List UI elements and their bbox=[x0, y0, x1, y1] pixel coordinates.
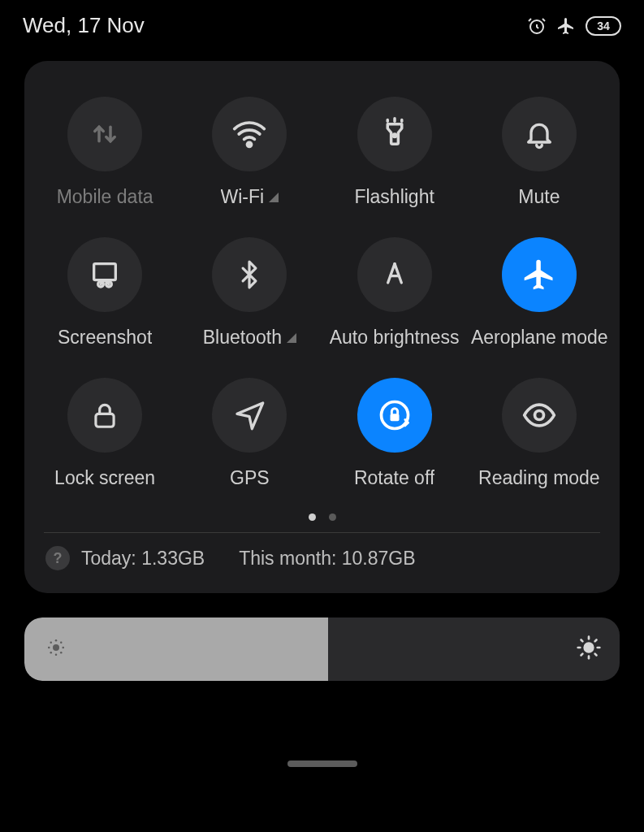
tile-label: Auto brightness bbox=[330, 327, 460, 349]
tile-label: GPS bbox=[230, 467, 270, 489]
svg-rect-3 bbox=[94, 264, 116, 280]
mobile-data-icon bbox=[88, 117, 122, 151]
help-icon: ? bbox=[45, 546, 70, 570]
tile-lock-screen[interactable]: Lock screen bbox=[32, 366, 177, 507]
page-dot[interactable] bbox=[329, 514, 336, 521]
tile-screenshot[interactable]: Screenshot bbox=[32, 226, 177, 366]
nav-handle[interactable] bbox=[287, 760, 357, 767]
status-date[interactable]: Wed, 17 Nov bbox=[23, 13, 145, 38]
tiles-grid: Mobile data Wi-Fi Flashlight bbox=[32, 85, 612, 507]
svg-point-15 bbox=[50, 642, 53, 644]
page-indicator bbox=[32, 507, 612, 532]
svg-point-16 bbox=[60, 642, 63, 644]
bell-icon bbox=[523, 118, 555, 150]
battery-indicator: 34 bbox=[586, 16, 621, 36]
brightness-low-icon bbox=[44, 635, 68, 663]
eye-icon bbox=[521, 397, 557, 433]
tile-wifi[interactable]: Wi-Fi bbox=[177, 85, 322, 226]
svg-point-2 bbox=[393, 134, 396, 137]
svg-point-9 bbox=[534, 411, 543, 420]
tile-label: Mute bbox=[518, 186, 560, 208]
alarm-icon bbox=[527, 16, 547, 36]
tile-label: Aeroplane mode bbox=[471, 327, 607, 349]
svg-rect-6 bbox=[96, 414, 114, 427]
bluetooth-icon bbox=[234, 259, 265, 290]
tile-label: Wi-Fi bbox=[221, 186, 265, 208]
navigation-icon bbox=[233, 399, 266, 431]
quick-settings-panel: Mobile data Wi-Fi Flashlight bbox=[24, 61, 620, 593]
svg-line-27 bbox=[595, 640, 597, 642]
lock-icon bbox=[89, 400, 120, 431]
brightness-fill bbox=[24, 618, 328, 681]
tile-label: Flashlight bbox=[354, 186, 434, 208]
auto-brightness-icon bbox=[378, 258, 411, 291]
brightness-slider[interactable] bbox=[24, 618, 620, 681]
screenshot-icon bbox=[89, 258, 121, 291]
tile-aeroplane-mode[interactable]: Aeroplane mode bbox=[467, 226, 612, 366]
tile-mobile-data[interactable]: Mobile data bbox=[32, 85, 177, 226]
tile-label: Bluetooth bbox=[203, 327, 282, 349]
expand-icon bbox=[287, 333, 296, 343]
svg-point-19 bbox=[585, 644, 594, 652]
tile-reading-mode[interactable]: Reading mode bbox=[467, 366, 612, 507]
rotate-lock-icon bbox=[377, 397, 413, 433]
tile-label: Rotate off bbox=[354, 467, 434, 489]
brightness-high-icon bbox=[576, 635, 602, 664]
airplane-icon bbox=[521, 257, 557, 292]
tile-bluetooth[interactable]: Bluetooth bbox=[177, 226, 322, 366]
flashlight-icon bbox=[378, 117, 412, 151]
svg-point-18 bbox=[60, 652, 63, 654]
page-dot[interactable] bbox=[309, 514, 316, 521]
svg-point-13 bbox=[48, 647, 50, 649]
svg-point-17 bbox=[50, 652, 53, 654]
tile-label: Screenshot bbox=[58, 327, 152, 349]
tile-rotate-off[interactable]: Rotate off bbox=[322, 366, 467, 507]
expand-icon bbox=[269, 193, 279, 202]
svg-point-14 bbox=[63, 647, 65, 649]
svg-point-1 bbox=[248, 142, 252, 146]
status-icons: 34 bbox=[527, 16, 621, 36]
tile-label: Reading mode bbox=[478, 467, 600, 489]
tile-label: Lock screen bbox=[54, 467, 155, 489]
tile-gps[interactable]: GPS bbox=[177, 366, 322, 507]
tile-label: Mobile data bbox=[57, 186, 153, 208]
svg-line-26 bbox=[581, 654, 583, 656]
svg-line-22 bbox=[581, 640, 583, 642]
svg-point-10 bbox=[53, 644, 59, 651]
svg-line-23 bbox=[595, 654, 597, 656]
data-usage-today: Today: 1.33GB bbox=[81, 548, 205, 570]
wifi-icon bbox=[231, 116, 267, 152]
data-usage-row[interactable]: ? Today: 1.33GB This month: 10.87GB bbox=[32, 533, 612, 578]
tile-flashlight[interactable]: Flashlight bbox=[322, 85, 467, 226]
airplane-icon bbox=[556, 16, 576, 36]
data-usage-month: This month: 10.87GB bbox=[239, 548, 415, 570]
tile-mute[interactable]: Mute bbox=[467, 85, 612, 226]
svg-point-12 bbox=[55, 654, 58, 656]
tile-auto-brightness[interactable]: Auto brightness bbox=[322, 226, 467, 366]
status-bar: Wed, 17 Nov 34 bbox=[0, 0, 644, 46]
svg-point-11 bbox=[55, 639, 58, 642]
